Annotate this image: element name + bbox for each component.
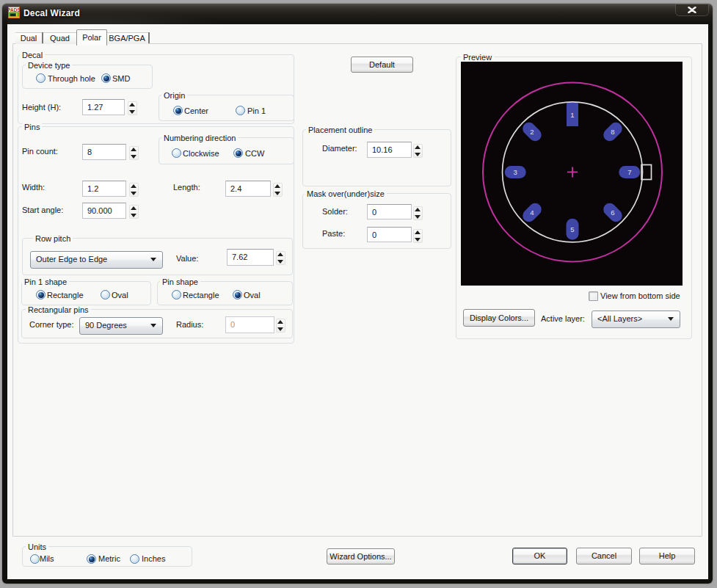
svg-text:2: 2 [530, 128, 534, 136]
svg-text:5: 5 [570, 225, 574, 233]
svg-text:PADS: PADS [8, 7, 20, 12]
svg-text:6: 6 [611, 208, 614, 217]
svg-text:8: 8 [611, 128, 614, 136]
svg-text:1: 1 [570, 111, 574, 119]
svg-text:4: 4 [530, 208, 534, 217]
svg-text:7: 7 [627, 168, 631, 176]
svg-text:3: 3 [514, 168, 517, 176]
